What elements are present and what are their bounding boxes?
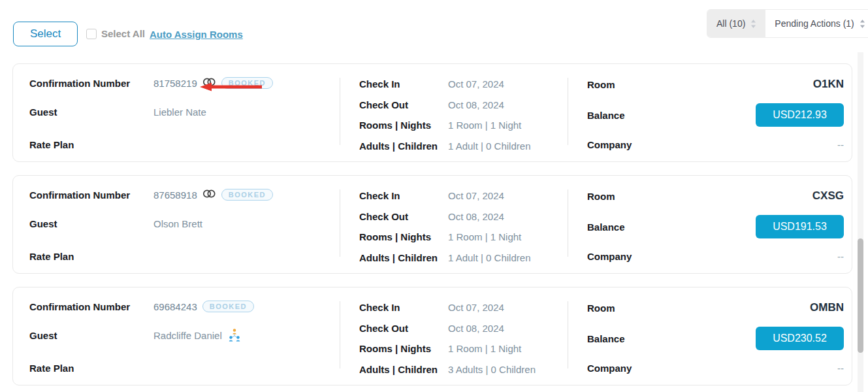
tab-pending-actions[interactable]: Pending Actions (1): [765, 10, 868, 37]
status-badge: BOOKED: [202, 301, 254, 312]
guest-value[interactable]: Liebler Nate: [153, 106, 206, 118]
rooms-nights-value: 1 Room | 1 Night: [448, 120, 521, 131]
rooms-nights-label: Rooms | Nights: [359, 231, 448, 242]
rate-plan-label: Rate Plan: [29, 363, 153, 374]
rate-plan-label: Rate Plan: [29, 251, 153, 262]
check-out-label: Check Out: [359, 323, 448, 334]
rate-plan-label: Rate Plan: [29, 139, 153, 150]
adults-children-value: 1 Adult | 0 Children: [448, 140, 530, 152]
room-label: Room: [587, 302, 615, 314]
balance-label: Balance: [587, 221, 625, 233]
adults-children-value: 1 Adult | 0 Children: [448, 252, 530, 263]
check-out-label: Check Out: [359, 99, 448, 110]
tab-pending-actions-label: Pending Actions (1): [775, 18, 854, 29]
select-all-control[interactable]: Select All: [86, 28, 145, 39]
check-in-value: Oct 07, 2024: [448, 302, 504, 313]
guest-label: Guest: [29, 218, 153, 229]
check-in-value: Oct 07, 2024: [448, 78, 504, 90]
guest-label: Guest: [29, 330, 153, 341]
sort-carets-icon: [860, 19, 865, 29]
balance-button[interactable]: USD191.53: [756, 215, 844, 238]
section-divider: [568, 78, 568, 145]
adults-children-label: Adults | Children: [359, 364, 448, 375]
link-icon[interactable]: [202, 189, 216, 201]
scrollbar-track[interactable]: [858, 52, 863, 392]
rooms-nights-value: 1 Room | 1 Night: [448, 231, 521, 242]
section-divider: [340, 78, 340, 145]
confirmation-number-value[interactable]: 69684243: [153, 301, 197, 312]
rooms-nights-label: Rooms | Nights: [359, 343, 448, 354]
reservation-card: Confirmation Number 69684243 BOOKED Gues…: [12, 287, 852, 385]
confirmation-number-label: Confirmation Number: [29, 189, 153, 201]
confirmation-number-label: Confirmation Number: [29, 78, 153, 89]
company-value: --: [837, 251, 844, 262]
check-in-value: Oct 07, 2024: [448, 190, 504, 201]
group-booking-icon[interactable]: [227, 329, 242, 342]
confirmation-number-label: Confirmation Number: [29, 301, 153, 312]
guest-value[interactable]: Radcliffe Daniel: [153, 330, 222, 341]
status-badge: BOOKED: [221, 77, 273, 89]
balance-button[interactable]: USD230.52: [756, 327, 844, 350]
company-value: --: [837, 363, 844, 374]
sort-carets-icon: [750, 19, 756, 29]
company-value: --: [837, 139, 844, 150]
section-divider: [568, 189, 568, 257]
check-in-label: Check In: [359, 190, 448, 201]
filter-tab-group: All (10) Pending Actions (1): [707, 9, 868, 38]
balance-label: Balance: [587, 110, 625, 121]
check-in-label: Check In: [359, 78, 448, 90]
reservation-card: Confirmation Number 87658918 BOOKED Gues…: [12, 175, 852, 274]
check-out-label: Check Out: [359, 211, 448, 222]
select-all-label: Select All: [101, 28, 145, 39]
adults-children-label: Adults | Children: [359, 140, 448, 152]
section-divider: [568, 301, 568, 368]
tab-all[interactable]: All (10): [707, 10, 765, 37]
balance-label: Balance: [587, 333, 625, 344]
adults-children-value: 3 Adults | 0 Children: [448, 364, 536, 375]
rooms-nights-label: Rooms | Nights: [359, 120, 448, 131]
check-in-label: Check In: [359, 302, 448, 313]
tab-all-label: All (10): [716, 18, 745, 29]
company-label: Company: [587, 251, 632, 262]
confirmation-number-value[interactable]: 81758219: [153, 78, 197, 89]
company-label: Company: [587, 363, 632, 374]
scrollbar-thumb[interactable]: [858, 238, 863, 353]
room-value: OMBN: [810, 301, 844, 314]
room-label: Room: [587, 191, 615, 202]
rooms-nights-value: 1 Room | 1 Night: [448, 343, 521, 354]
auto-assign-rooms-link[interactable]: Auto Assign Rooms: [150, 29, 243, 40]
section-divider: [340, 189, 340, 257]
select-button[interactable]: Select: [13, 22, 78, 46]
section-divider: [340, 301, 340, 368]
check-out-value: Oct 08, 2024: [448, 99, 504, 110]
room-value: O1KN: [813, 78, 844, 91]
link-icon[interactable]: [202, 77, 216, 90]
confirmation-number-value[interactable]: 87658918: [153, 189, 197, 201]
reservation-card: Confirmation Number 81758219 BOOKED Gues…: [12, 63, 852, 162]
room-label: Room: [587, 79, 615, 90]
balance-button[interactable]: USD212.93: [756, 103, 844, 127]
check-out-value: Oct 08, 2024: [448, 323, 504, 334]
room-value: CXSG: [812, 189, 844, 203]
adults-children-label: Adults | Children: [359, 252, 448, 263]
company-label: Company: [587, 139, 632, 150]
select-all-checkbox[interactable]: [86, 29, 97, 39]
check-out-value: Oct 08, 2024: [448, 211, 504, 222]
guest-value[interactable]: Olson Brett: [153, 218, 202, 229]
status-badge: BOOKED: [221, 189, 273, 201]
guest-label: Guest: [29, 106, 153, 118]
